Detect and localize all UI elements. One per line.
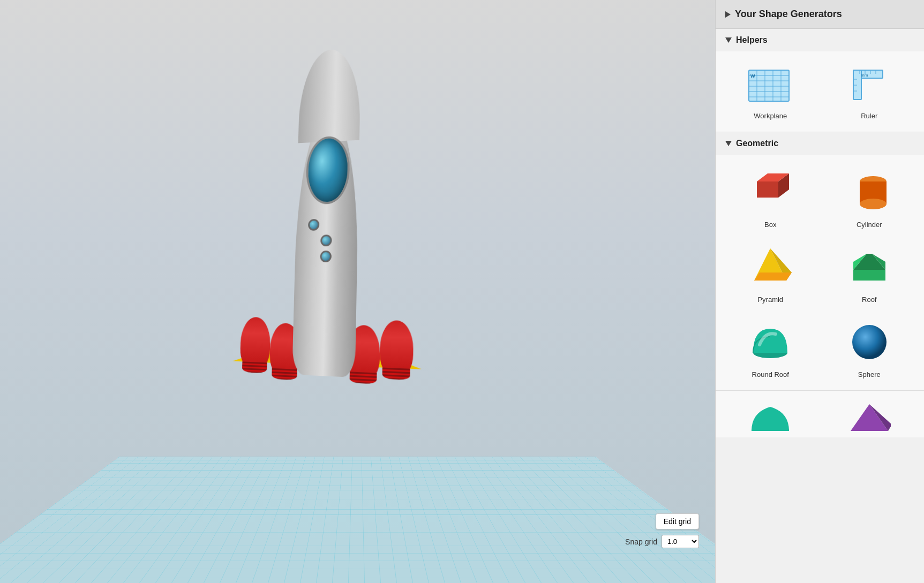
geometric-grid: Box Cylinder Pyr <box>716 155 924 390</box>
round-roof-item[interactable]: Round Roof <box>721 310 820 385</box>
right-panel: Your Shape Generators Helpers <box>715 0 924 583</box>
geometric-title: Geometric <box>736 139 778 148</box>
pyramid-item[interactable]: Pyramid <box>721 235 820 310</box>
box-icon <box>746 168 794 216</box>
geometric-collapse-icon <box>725 141 732 146</box>
svg-point-26 <box>860 199 887 209</box>
cylinder-item[interactable]: Cylinder <box>820 160 919 235</box>
partial-shape-1[interactable] <box>721 396 820 437</box>
booster-front-left <box>239 316 271 370</box>
box-item[interactable]: Box <box>721 160 820 235</box>
porthole-1 <box>307 219 319 231</box>
svg-marker-21 <box>757 181 778 198</box>
geometric-section: Geometric Box <box>716 132 924 391</box>
ruler-item[interactable]: mm Ruler <box>820 57 919 126</box>
svg-point-35 <box>852 325 887 359</box>
3d-viewport[interactable]: Edit grid Snap grid 1.0 0.1 0.25 0.5 2.0… <box>0 0 715 583</box>
pyramid-label: Pyramid <box>757 296 783 304</box>
svg-marker-29 <box>754 272 792 281</box>
sphere-icon <box>845 318 893 366</box>
sphere-label: Sphere <box>858 370 881 378</box>
svg-marker-30 <box>853 270 885 281</box>
roof-label: Roof <box>862 296 876 304</box>
partial-shape-1-icon <box>749 404 792 431</box>
snap-grid-select[interactable]: 1.0 0.1 0.25 0.5 2.0 5.0 10.0 <box>662 535 699 548</box>
edit-grid-button[interactable]: Edit grid <box>656 513 699 529</box>
roof-item[interactable]: Roof <box>820 235 919 310</box>
cylinder-icon <box>845 168 893 216</box>
roof-icon <box>845 243 893 291</box>
shape-generators-header[interactable]: Your Shape Generators <box>716 0 924 29</box>
more-shapes-partial <box>716 391 924 437</box>
rocket-model <box>214 50 441 487</box>
booster-front-right <box>379 320 414 377</box>
porthole-3 <box>320 251 332 262</box>
round-roof-label: Round Roof <box>752 370 789 378</box>
box-label: Box <box>764 221 776 229</box>
snap-grid-row: Snap grid 1.0 0.1 0.25 0.5 2.0 5.0 10.0 <box>625 535 699 548</box>
cylinder-label: Cylinder <box>857 221 882 229</box>
snap-grid-label: Snap grid <box>625 537 657 546</box>
workplane-icon: w <box>746 65 794 108</box>
helpers-title: Helpers <box>736 35 768 45</box>
partial-shape-2-icon <box>848 404 891 431</box>
ruler-label: Ruler <box>861 112 877 120</box>
workplane-label: Workplane <box>754 112 787 120</box>
porthole-2 <box>320 234 332 246</box>
ruler-icon: mm <box>848 65 891 108</box>
partial-shape-2[interactable] <box>820 396 919 437</box>
shape-generators-title: Your Shape Generators <box>735 9 842 20</box>
rocket-scene <box>43 5 608 519</box>
svg-text:w: w <box>750 72 755 79</box>
helpers-header[interactable]: Helpers <box>716 29 924 51</box>
helpers-section: Helpers w <box>716 29 924 132</box>
rocket-nose <box>298 47 360 142</box>
workplane-item[interactable]: w Workplane <box>721 57 820 126</box>
sphere-item[interactable]: Sphere <box>820 310 919 385</box>
pyramid-icon <box>746 243 794 291</box>
round-roof-icon <box>746 318 794 366</box>
geometric-header[interactable]: Geometric <box>716 132 924 155</box>
shape-generators-collapse-icon <box>725 11 731 18</box>
helpers-collapse-icon <box>725 37 732 43</box>
helpers-grid: w Workplane <box>716 51 924 132</box>
svg-text:mm: mm <box>861 73 868 78</box>
